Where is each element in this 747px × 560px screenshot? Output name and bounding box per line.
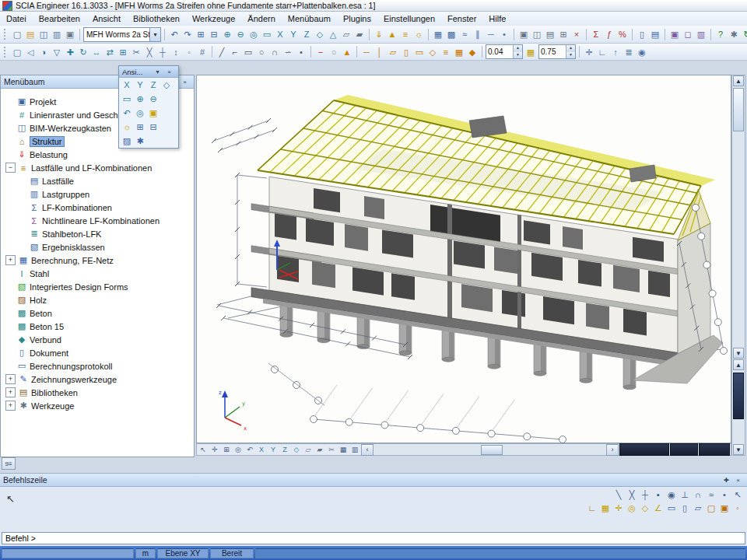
- cmd-plane-xz-icon[interactable]: ▱: [692, 502, 704, 514]
- tree-item-integriertes-design-forms[interactable]: ▧Integriertes Design Forms: [1, 280, 194, 293]
- palette-view-y-icon[interactable]: Y: [134, 79, 146, 91]
- filter-icon[interactable]: ▽: [51, 46, 63, 58]
- polyline-tool-icon[interactable]: ⌐: [229, 46, 241, 58]
- close-icon[interactable]: ×: [179, 76, 191, 87]
- cmd-plane-xy-icon[interactable]: ▭: [665, 502, 678, 514]
- tree-item-stahl[interactable]: IStahl: [1, 267, 194, 280]
- show-labels-icon[interactable]: ≡: [399, 28, 412, 40]
- vp-zoom-box-icon[interactable]: ⊞: [221, 445, 232, 455]
- vp-print-view-icon[interactable]: ▥: [349, 445, 360, 455]
- cmd-polar-icon[interactable]: ∠: [652, 502, 665, 514]
- vp-pan-icon[interactable]: ✛: [209, 445, 220, 455]
- menu-item-ändern[interactable]: Ändern: [241, 12, 281, 25]
- tile-windows-icon[interactable]: ⊞: [557, 28, 570, 40]
- scroll-down-icon[interactable]: ▼: [733, 348, 744, 359]
- tree-item-belastung[interactable]: ⇓Belastung: [1, 148, 194, 161]
- vp-wireframe-icon[interactable]: ▱: [303, 445, 314, 455]
- palette-zoom-all-icon[interactable]: ◎: [134, 107, 146, 119]
- help-icon[interactable]: ?: [714, 28, 727, 40]
- palette-zoom-out-icon[interactable]: ⊖: [147, 93, 160, 105]
- cmd-ortho-icon[interactable]: ∟: [586, 502, 598, 514]
- zoom-all-icon[interactable]: ◎: [247, 28, 260, 40]
- pin-icon[interactable]: ✚: [721, 474, 732, 485]
- vertical-scrollbar-thumb[interactable]: [733, 88, 744, 131]
- menu-item-datei[interactable]: Datei: [0, 12, 33, 25]
- palette-copy-view-icon[interactable]: ⊞: [134, 121, 146, 133]
- animation-bar-segment[interactable]: [619, 443, 669, 456]
- line-tool-icon[interactable]: ╱: [216, 46, 228, 58]
- model-canvas[interactable]: z y x: [196, 75, 731, 443]
- plus-expander-icon[interactable]: +: [5, 255, 16, 265]
- stretch-icon[interactable]: ↕: [170, 46, 182, 58]
- rendered-mode-icon[interactable]: ▰: [353, 28, 366, 40]
- palette-render-settings-icon[interactable]: ▨: [121, 135, 133, 147]
- menu-item-bibliotheken[interactable]: Bibliotheken: [127, 12, 186, 25]
- scale-icon[interactable]: ↔: [90, 46, 103, 58]
- tree-item-beton-15[interactable]: ▩Beton 15: [1, 320, 194, 333]
- optimisation-icon[interactable]: %: [616, 28, 629, 40]
- chevron-down-icon[interactable]: ▾: [149, 28, 160, 41]
- wireframe-mode-icon[interactable]: ▱: [340, 28, 352, 40]
- animation-bar-segment[interactable]: [670, 443, 698, 456]
- minus-expander-icon[interactable]: −: [5, 163, 16, 173]
- cmd-node-snap-icon[interactable]: •: [718, 488, 731, 501]
- spinner-arrows[interactable]: ▲▼: [513, 45, 522, 58]
- layers-icon[interactable]: ≣: [622, 46, 635, 58]
- calculation-icon[interactable]: Σ: [590, 28, 602, 40]
- palette-zoom-previous-icon[interactable]: ↶: [121, 107, 133, 119]
- close-icon[interactable]: ×: [163, 66, 175, 77]
- cmd-midpoint-icon[interactable]: ┼: [639, 488, 651, 501]
- vp-view-z-icon[interactable]: Z: [279, 445, 290, 455]
- vertical-scrollbar[interactable]: ▲ ▼ ▲ ▼: [731, 75, 745, 456]
- vp-clip-icon[interactable]: ✂: [326, 445, 337, 455]
- break-icon[interactable]: ╳: [143, 46, 156, 58]
- scroll-left-button[interactable]: ‹: [361, 444, 374, 456]
- palette-zoom-window-icon[interactable]: ▭: [121, 93, 133, 105]
- subregion-icon[interactable]: ◇: [426, 46, 439, 58]
- tree-item-ergebnisklassen[interactable]: ▧Ergebnisklassen: [1, 240, 194, 254]
- redo-icon[interactable]: ↷: [181, 28, 194, 40]
- node-snap-icon[interactable]: ◦: [183, 46, 195, 58]
- animation-bar-segment[interactable]: [699, 443, 730, 456]
- command-input[interactable]: [2, 532, 745, 544]
- bill-of-material-icon[interactable]: ▤: [649, 28, 661, 40]
- chevron-down-icon[interactable]: ▾: [152, 66, 163, 77]
- cmd-intersection-icon[interactable]: ╳: [626, 488, 638, 501]
- toolbar-grip[interactable]: [4, 47, 8, 58]
- picture-icon[interactable]: ◻: [682, 28, 694, 40]
- project-combobox[interactable]: MFH Worms 2a Str ▾: [83, 27, 161, 42]
- vp-view-x-icon[interactable]: X: [256, 445, 267, 455]
- arc-tool-icon[interactable]: ∩: [268, 46, 281, 58]
- menu-item-menübaum[interactable]: Menübaum: [282, 12, 337, 25]
- refresh-icon[interactable]: ↻: [741, 28, 747, 40]
- snap-spinner[interactable]: 0.75 ▲▼: [538, 44, 576, 59]
- fe-mesh-icon[interactable]: ▦: [432, 28, 444, 40]
- plus-expander-icon[interactable]: +: [5, 374, 16, 384]
- tree-item-nichtlineare-lf-kombinationen[interactable]: ΣNichtlineare LF-Kombinationen: [1, 214, 194, 227]
- vp-select-icon[interactable]: ↖: [198, 445, 209, 455]
- view-palette-header[interactable]: Ansi... ▾ ×: [119, 66, 178, 78]
- show-model-data-icon[interactable]: ☼: [412, 28, 425, 40]
- vertical-scrollbar-dark-thumb[interactable]: [733, 373, 744, 419]
- cmd-dot-snap-icon[interactable]: ◦: [731, 502, 744, 514]
- tree-item-lastgruppen[interactable]: ▥Lastgruppen: [1, 187, 194, 201]
- close-icon[interactable]: ×: [732, 474, 744, 485]
- axes-toggle-icon[interactable]: ↑: [609, 46, 622, 58]
- palette-visibility-icon[interactable]: ▣: [147, 107, 160, 119]
- trim-icon[interactable]: ✂: [130, 46, 142, 58]
- scale-spinner[interactable]: 0.04 ▲▼: [486, 44, 523, 59]
- tree-item-werkzeuge[interactable]: +✱Werkzeuge: [1, 399, 194, 412]
- load-panel-icon[interactable]: ▦: [453, 46, 465, 58]
- title-bar[interactable]: SCIA Engineer 16.1.3033 - [MFH Worms 2a …: [0, 0, 747, 12]
- opening-icon[interactable]: ▭: [413, 46, 426, 58]
- spin-down-icon[interactable]: ▼: [566, 52, 575, 59]
- spin-up-icon[interactable]: ▲: [566, 45, 575, 52]
- results-display-icon[interactable]: ≈: [458, 28, 471, 40]
- spline-tool-icon[interactable]: ∽: [282, 46, 294, 58]
- print-icon[interactable]: ▥: [51, 28, 63, 40]
- palette-view-x-icon[interactable]: X: [121, 79, 133, 91]
- multi-copy-icon[interactable]: ⊞: [117, 46, 129, 58]
- view-x-icon[interactable]: X: [274, 28, 286, 40]
- plus-expander-icon[interactable]: +: [5, 401, 16, 411]
- show-loads-icon[interactable]: ⇓: [373, 28, 385, 40]
